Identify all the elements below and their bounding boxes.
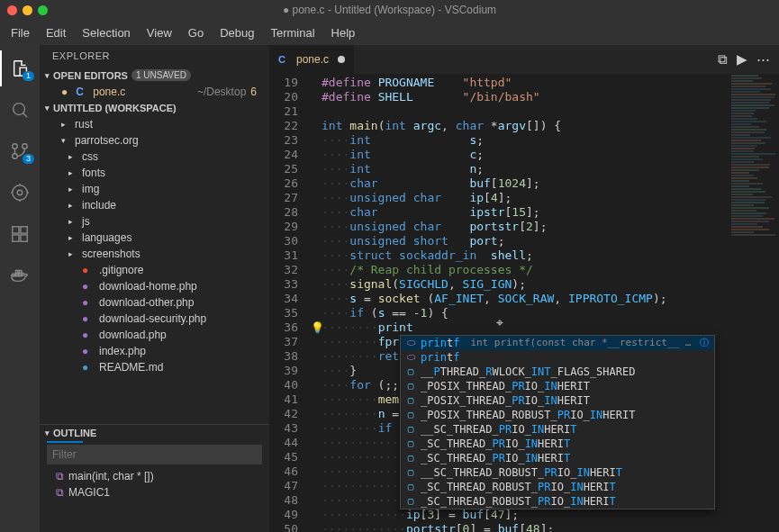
svg-point-5 [13, 185, 28, 201]
code-line[interactable]: ····int n; [307, 162, 779, 176]
suggest-item[interactable]: ▢__PTHREAD_RWLOCK_INT_FLAGS_SHARED [401, 365, 714, 379]
folder-item[interactable]: ▸languages [40, 230, 269, 246]
more-icon[interactable]: ⋯ [756, 51, 770, 68]
folder-item[interactable]: ▸js [40, 213, 269, 230]
open-editor-path: ~/Desktop [197, 86, 246, 98]
extensions-icon[interactable] [0, 216, 40, 252]
line-number: 40 [271, 378, 298, 392]
code-line[interactable]: #define SHELL "/bin/bash" [307, 90, 779, 104]
open-editor-item[interactable]: ● pone.c ~/Desktop 6 [40, 84, 269, 100]
suggest-item[interactable]: ▢__SC_THREAD_PRIO_INHERIT [401, 422, 714, 437]
line-number: 32 [271, 263, 298, 277]
debug-icon[interactable] [0, 175, 40, 211]
open-editors-header[interactable]: OPEN EDITORS 1 UNSAVED [40, 67, 269, 84]
code-line[interactable]: ····char ipstr[15]; [307, 205, 779, 220]
line-number: 19 [271, 76, 298, 90]
suggest-item[interactable]: ▢_POSIX_THREAD_PRIO_INHERIT [401, 393, 714, 408]
file-item[interactable]: README.md [40, 359, 269, 375]
folder-item[interactable]: ▸css [40, 149, 269, 165]
menu-edit[interactable]: Edit [39, 23, 73, 43]
menu-selection[interactable]: Selection [75, 23, 137, 43]
svg-point-3 [13, 154, 18, 159]
scm-icon[interactable]: 3 [0, 133, 40, 169]
outline-filter-input[interactable] [47, 445, 262, 464]
line-number: 41 [271, 392, 298, 407]
file-item[interactable]: download-security.php [40, 311, 269, 327]
suggest-item[interactable]: ▢_SC_THREAD_ROBUST_PRIO_INHERIT [401, 480, 714, 494]
suggest-item[interactable]: ▢_POSIX_THREAD_ROBUST_PRIO_INHERIT [401, 408, 714, 422]
menu-view[interactable]: View [140, 23, 179, 43]
minimap[interactable] [729, 74, 779, 532]
code-line[interactable]: ····if (s == -1) { [307, 306, 779, 320]
suggest-widget[interactable]: ⬭printfint printf(const char *__restrict… [400, 335, 715, 509]
code-line[interactable]: ····int c; [307, 148, 779, 162]
menu-debug[interactable]: Debug [213, 23, 261, 43]
line-number: 31 [271, 248, 298, 263]
line-number: 43 [271, 421, 298, 436]
lightbulb-icon[interactable]: 💡 [311, 320, 324, 335]
suggest-item[interactable]: ▢_POSIX_THREAD_PRIO_INHERIT [401, 379, 714, 393]
line-number: 50 [271, 522, 298, 532]
outline-item[interactable]: ⧉ MAGIC1 [40, 484, 269, 500]
split-editor-icon[interactable]: ⧉ [718, 51, 728, 68]
code-line[interactable]: int main(int argc, char *argv[]) { [307, 119, 779, 133]
explorer-icon[interactable]: 1 [0, 50, 40, 86]
function-icon: ⧉ [56, 470, 64, 482]
suggest-item[interactable]: ▢_SC_THREAD_PRIO_INHERIT [401, 437, 714, 451]
suggest-item[interactable]: ⬭printfint printf(const char *__restrict… [401, 336, 714, 350]
editor[interactable]: 1920212223242526272829303132333435363738… [269, 74, 779, 532]
suggest-item[interactable]: ▢_SC_THREAD_PRIO_INHERIT [401, 451, 714, 465]
minimize-window-button[interactable] [23, 5, 32, 15]
search-icon[interactable] [0, 92, 40, 128]
file-item[interactable]: download-home.php [40, 278, 269, 294]
file-item[interactable]: download.php [40, 327, 269, 343]
folder-item[interactable]: ▾parrotsec.org [40, 132, 269, 149]
code-line[interactable]: ············portstr[0] = buf[48]; [307, 522, 779, 532]
code-line[interactable] [307, 104, 779, 119]
menu-file[interactable]: File [4, 23, 37, 43]
line-number: 21 [271, 104, 298, 119]
window-controls [7, 5, 48, 15]
folder-item[interactable]: ▸rust [40, 116, 269, 132]
file-item[interactable]: index.php [40, 343, 269, 359]
info-icon[interactable]: ⓘ [700, 336, 711, 350]
file-item[interactable]: .gitignore [40, 262, 269, 278]
code-line[interactable]: ····struct sockaddr_in shell; [307, 248, 779, 263]
maximize-window-button[interactable] [38, 5, 48, 15]
menu-help[interactable]: Help [324, 23, 363, 43]
code-line[interactable]: ····int s; [307, 133, 779, 148]
suggest-item[interactable]: ⬭printf [401, 350, 714, 365]
editor-tab[interactable]: pone.c [269, 45, 355, 74]
menu-go[interactable]: Go [181, 23, 211, 43]
close-window-button[interactable] [7, 5, 17, 15]
suggest-item[interactable]: ▢__SC_THREAD_ROBUST_PRIO_INHERIT [401, 465, 714, 480]
code-line[interactable]: ····unsigned short port; [307, 234, 779, 248]
folder-item[interactable]: ▸screenshots [40, 246, 269, 262]
code-line[interactable]: ····char buf[1024]; [307, 176, 779, 191]
folder-item[interactable]: ▸img [40, 181, 269, 197]
code-line[interactable]: #define PROGNAME "httpd" [307, 76, 779, 90]
explorer-badge: 1 [23, 71, 34, 81]
line-number: 30 [271, 234, 298, 248]
code-line[interactable]: ····unsigned char portstr[2]; [307, 220, 779, 234]
folder-item[interactable]: ▸include [40, 197, 269, 213]
menu-terminal[interactable]: Terminal [263, 23, 322, 43]
problems-count: 6 [250, 86, 264, 98]
folder-item[interactable]: ▸fonts [40, 165, 269, 181]
suggest-item[interactable]: ▢_SC_THREAD_ROBUST_PRIO_INHERIT [401, 494, 714, 509]
workspace-header[interactable]: UNTITLED (WORKSPACE) [40, 100, 269, 116]
run-icon[interactable]: ▶ [737, 51, 747, 68]
line-number: 28 [271, 205, 298, 220]
outline-header[interactable]: OUTLINE [40, 425, 269, 441]
code-line[interactable]: ············ip[3] = buf[47]; [307, 508, 779, 522]
c-file-icon [278, 54, 291, 65]
code-line[interactable]: ········print [307, 320, 779, 335]
file-item[interactable]: download-other.php [40, 294, 269, 311]
code-line[interactable]: ····/* Reap child processes */ [307, 263, 779, 277]
code-line[interactable]: ····signal(SIGCHLD, SIG_IGN); [307, 277, 779, 292]
outline-item[interactable]: ⧉ main(int, char * []) [40, 468, 269, 484]
titlebar: ● pone.c - Untitled (Workspace) - VSCodi… [0, 0, 779, 20]
code-line[interactable]: ····unsigned char ip[4]; [307, 191, 779, 205]
code-line[interactable]: ····s = socket (AF_INET, SOCK_RAW, IPPRO… [307, 292, 779, 306]
docker-icon[interactable] [0, 257, 40, 293]
